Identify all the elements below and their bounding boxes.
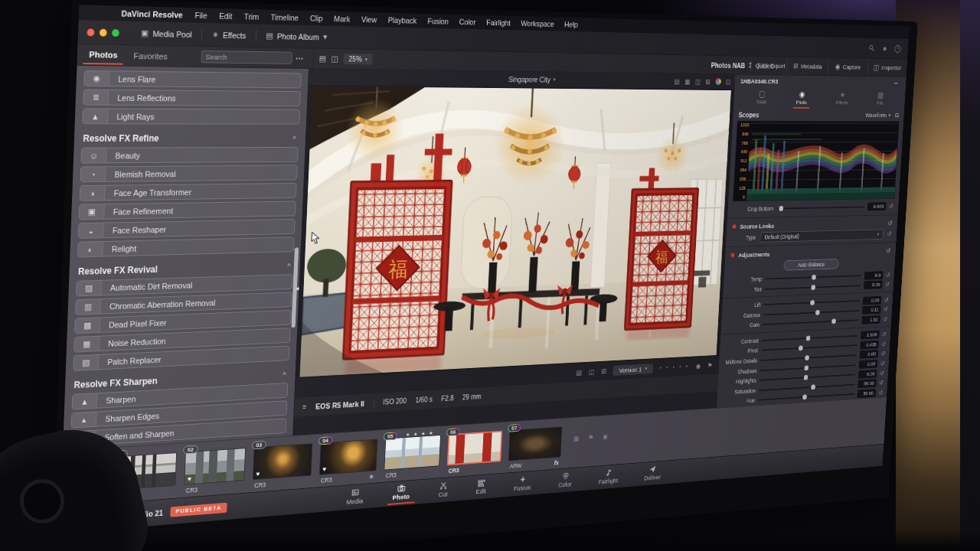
- reset-icon[interactable]: ↺: [878, 389, 883, 396]
- menu-file[interactable]: File: [194, 11, 207, 20]
- menu-view[interactable]: View: [361, 15, 377, 24]
- view-compare-icon[interactable]: ◫: [331, 54, 338, 64]
- photo-album-dropdown[interactable]: ▤ Photo Album ▾: [256, 24, 337, 49]
- filmstrip-clip-02[interactable]: 02 ♥ CR3: [184, 448, 246, 494]
- reset-icon[interactable]: ↺: [885, 281, 890, 288]
- search-input[interactable]: Search: [201, 51, 292, 64]
- effect-relight[interactable]: ◐Relight: [77, 236, 295, 257]
- effects-button[interactable]: ∗ Effects: [202, 23, 256, 47]
- menu-workspace[interactable]: Workspace: [521, 19, 554, 28]
- reset-icon[interactable]: ↺: [884, 296, 889, 303]
- fullscreen-icon[interactable]: ⊡: [726, 78, 731, 86]
- page-tab-cut[interactable]: Cut: [433, 479, 453, 500]
- menu-clip[interactable]: Clip: [310, 14, 323, 23]
- strip-tool-icon[interactable]: ◉: [603, 432, 608, 440]
- view-list-icon[interactable]: ▤: [674, 77, 680, 85]
- capture-button[interactable]: ◉ Capture: [827, 58, 868, 76]
- filmstrip-clip-03[interactable]: 03 ♥ CR3: [252, 443, 312, 489]
- photo-canvas[interactable]: 福 福: [296, 85, 734, 379]
- close-window-button[interactable]: [87, 28, 94, 36]
- zoom-level-dropdown[interactable]: 25% ▾: [343, 54, 373, 65]
- flag-icon[interactable]: ⚑: [707, 361, 713, 369]
- color-wheel-icon[interactable]: [715, 78, 721, 85]
- reset-icon[interactable]: ↺: [880, 360, 885, 367]
- quick-export-button[interactable]: ↥ Quick Export: [746, 57, 788, 75]
- reset-icon[interactable]: ↺: [883, 315, 887, 322]
- user-icon[interactable]: ☻: [882, 45, 888, 52]
- media-pool-button[interactable]: ▣ Media Pool: [130, 21, 202, 46]
- effect-beauty[interactable]: ☺Beauty: [80, 147, 299, 164]
- enable-toggle[interactable]: [730, 253, 734, 257]
- inspector-button[interactable]: ◫ Inspector: [867, 59, 908, 77]
- sort-icon[interactable]: ≡: [302, 403, 307, 410]
- reset-icon[interactable]: ↺: [886, 271, 890, 278]
- filmstrip-clip-06-selected[interactable]: 06 CR3: [446, 431, 502, 474]
- effect-light-rays[interactable]: ▲Light Rays: [82, 108, 300, 124]
- menu-timeline[interactable]: Timeline: [270, 13, 299, 22]
- tab-file[interactable]: ▤File: [874, 90, 887, 108]
- view-single-icon[interactable]: ▤: [318, 54, 326, 63]
- crop-slider[interactable]: [776, 207, 864, 210]
- page-tab-media[interactable]: Media: [341, 486, 369, 508]
- menu-help[interactable]: Help: [564, 20, 578, 28]
- menu-fusion[interactable]: Fusion: [427, 17, 449, 26]
- search-icon[interactable]: [869, 44, 875, 51]
- filmstrip-clip-04[interactable]: 04 ♥ CR3∗: [318, 439, 377, 484]
- minimize-window-button[interactable]: [100, 28, 107, 36]
- effect-face-refinement[interactable]: ▣Face Refinement: [79, 201, 296, 220]
- reset-icon[interactable]: ↺: [887, 220, 892, 227]
- menu-fairlight[interactable]: Fairlight: [486, 18, 511, 28]
- reset-icon[interactable]: ↺: [884, 306, 888, 313]
- look-type-select[interactable]: Default (Original) ▾: [760, 229, 884, 242]
- album-dropdown[interactable]: Singapore City ▾: [508, 75, 556, 84]
- effect-blemish-removal[interactable]: ◔Blemish Removal: [80, 165, 297, 182]
- effect-lens-flare[interactable]: ◉Lens Flare: [83, 70, 302, 88]
- page-tab-color[interactable]: Color: [554, 470, 577, 491]
- expand-scope-icon[interactable]: ⊡: [895, 112, 900, 118]
- menu-mark[interactable]: Mark: [334, 15, 351, 24]
- heart-icon[interactable]: ♥: [188, 475, 191, 483]
- camera-view-icon[interactable]: ◫: [695, 78, 701, 86]
- page-tab-deliver[interactable]: Deliver: [639, 463, 666, 484]
- filmstrip-clip-05[interactable]: 05 ★ ★ ★ ★ CR3: [384, 435, 441, 479]
- reset-icon[interactable]: ↺: [881, 341, 886, 347]
- reject-icon[interactable]: ⊞: [601, 367, 606, 375]
- menu-trim[interactable]: Trim: [244, 12, 260, 21]
- scope-mode-dropdown[interactable]: Waveform ▾ ⊡: [865, 112, 899, 118]
- star-rating[interactable]: • • • • •: [659, 363, 689, 371]
- tab-photo[interactable]: ◉Photo: [792, 89, 811, 109]
- reset-icon[interactable]: ↺: [880, 350, 885, 357]
- enable-toggle[interactable]: [732, 224, 736, 229]
- strip-tool-icon[interactable]: ⚑: [588, 434, 593, 442]
- view-grid-icon[interactable]: ▦: [684, 77, 691, 85]
- tab-favorites[interactable]: Favorites: [127, 47, 173, 64]
- filmstrip-clip-07[interactable]: 07 ARWfx: [508, 426, 562, 470]
- strip-tool-icon[interactable]: ▦: [573, 435, 580, 442]
- overlay-icon[interactable]: ⊞: [705, 78, 710, 86]
- compare-icon[interactable]: ▤: [576, 369, 582, 377]
- help-icon[interactable]: ?: [894, 45, 901, 53]
- section-resolve-fx-refine[interactable]: Resolve FX Refine^: [74, 127, 306, 148]
- tab-effects[interactable]: ∗Effects: [833, 89, 852, 107]
- menu-edit[interactable]: Edit: [219, 11, 233, 21]
- clip-options-icon[interactable]: •••: [890, 80, 900, 85]
- panel-options-icon[interactable]: •••: [292, 55, 308, 62]
- tab-raw[interactable]: ▢RAW: [753, 88, 770, 107]
- reset-icon[interactable]: ↺: [879, 379, 884, 386]
- heart-icon[interactable]: ♥: [256, 470, 260, 478]
- metadata-button[interactable]: ⊞ Metadata: [786, 57, 828, 76]
- tab-photos[interactable]: Photos: [83, 46, 123, 65]
- app-menu[interactable]: DaVinci Resolve: [121, 9, 183, 20]
- reset-icon[interactable]: ↺: [886, 247, 890, 254]
- heart-icon[interactable]: ♥: [322, 465, 326, 473]
- crop-value[interactable]: 0.000: [867, 203, 887, 211]
- auto-balance-button[interactable]: Auto Balance: [783, 259, 839, 271]
- reset-icon[interactable]: ↺: [887, 230, 892, 237]
- settings-icon[interactable]: ◉: [696, 362, 701, 370]
- page-tab-edit[interactable]: Edit: [471, 477, 492, 498]
- page-tab-photo[interactable]: Photo: [387, 481, 416, 505]
- reference-icon[interactable]: ◫: [589, 368, 595, 376]
- maximize-window-button[interactable]: [112, 29, 119, 37]
- page-tab-fusion[interactable]: Fusion: [508, 473, 536, 494]
- page-tab-fairlight[interactable]: Fairlight: [593, 466, 623, 487]
